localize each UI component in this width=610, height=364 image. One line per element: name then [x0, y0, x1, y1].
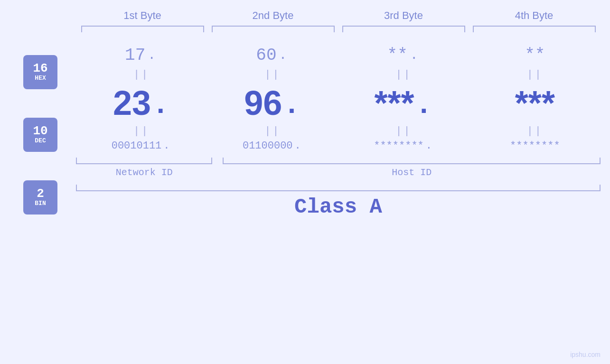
hex-row: 17 . 60 . ** . ** — [66, 46, 610, 65]
eq2-3: || — [338, 125, 469, 137]
dec-cell-1: 23 . — [76, 84, 207, 122]
class-bracket — [76, 185, 601, 191]
eq-1: || — [76, 69, 207, 81]
bin-dot-1: . — [161, 140, 171, 152]
badge-bin-label: BIN — [35, 200, 46, 207]
hex-val-4: ** — [525, 46, 545, 65]
eq-3: || — [338, 69, 469, 81]
bin-dot-3: . — [424, 140, 434, 152]
content-area: 16 HEX 10 DEC 2 BIN 17 . 60 — [0, 46, 610, 219]
dec-cell-4: *** — [469, 84, 601, 122]
class-label: Class A — [66, 195, 610, 219]
dec-val-2: 96 — [244, 84, 282, 122]
dec-dot-3: . — [414, 89, 433, 121]
hex-val-2: 60 — [256, 46, 276, 65]
hex-val-3: ** — [387, 46, 408, 65]
eq-4: || — [469, 69, 601, 81]
bin-row: 00010111 . 01100000 . ******** . *******… — [66, 140, 610, 152]
equals-row-2: || || || || — [66, 122, 610, 140]
badge-bin-number: 2 — [37, 187, 44, 200]
bin-val-1: 00010111 — [112, 140, 162, 152]
bracket-3 — [342, 26, 465, 32]
dec-val-4: *** — [515, 84, 555, 122]
byte-headers-row: 1st Byte 2nd Byte 3rd Byte 4th Byte — [77, 9, 600, 22]
hex-dot-3: . — [408, 48, 421, 63]
bracket-1 — [81, 26, 204, 32]
bracket-2 — [212, 26, 335, 32]
dec-dot-2: . — [282, 89, 301, 121]
hex-cell-2: 60 . — [207, 46, 338, 65]
bin-cell-1: 00010111 . — [76, 140, 207, 152]
network-bracket — [76, 158, 212, 164]
equals-row-1: || || || || — [66, 66, 610, 84]
eq2-4: || — [469, 125, 601, 137]
bin-cell-2: 01100000 . — [207, 140, 338, 152]
class-bracket-row — [66, 178, 610, 191]
badge-hex-label: HEX — [35, 75, 46, 82]
bottom-brackets-row — [66, 154, 610, 164]
dec-dot-1: . — [151, 89, 170, 121]
dec-val-1: 23 — [113, 84, 151, 122]
badge-bin: 2 BIN — [23, 180, 57, 215]
badge-dec-number: 10 — [33, 125, 47, 137]
id-labels-row: Network ID Host ID — [66, 164, 610, 178]
bin-cell-4: ******** — [469, 140, 601, 152]
eq2-2: || — [207, 125, 338, 137]
bin-val-2: 01100000 — [243, 140, 293, 152]
badge-hex-number: 16 — [33, 62, 47, 75]
eq-2: || — [207, 69, 338, 81]
host-id-label: Host ID — [223, 167, 601, 178]
dec-cell-3: *** . — [338, 84, 469, 122]
watermark: ipshu.com — [570, 351, 601, 358]
eq2-1: || — [76, 125, 207, 137]
hex-dot-1: . — [145, 48, 158, 63]
byte-header-2: 2nd Byte — [208, 9, 338, 22]
byte-header-1: 1st Byte — [77, 9, 208, 22]
dec-cell-2: 96 . — [207, 84, 338, 122]
dec-val-3: *** — [375, 84, 414, 122]
hex-cell-3: ** . — [338, 46, 469, 65]
hex-dot-2: . — [277, 48, 290, 63]
bracket-4 — [473, 26, 596, 32]
badge-hex: 16 HEX — [23, 55, 57, 89]
hex-cell-1: 17 . — [76, 46, 207, 65]
dec-row: 23 . 96 . *** . *** — [66, 84, 610, 122]
main-container: 1st Byte 2nd Byte 3rd Byte 4th Byte 16 H… — [0, 0, 610, 364]
top-brackets — [77, 26, 600, 32]
badges-column: 16 HEX 10 DEC 2 BIN — [0, 50, 66, 215]
bin-val-4: ******** — [510, 140, 560, 152]
values-area: 17 . 60 . ** . ** || || || — [66, 46, 610, 219]
bin-dot-2: . — [293, 140, 303, 152]
badge-dec-label: DEC — [35, 137, 46, 145]
byte-header-4: 4th Byte — [469, 9, 600, 22]
hex-cell-4: ** — [469, 46, 601, 65]
byte-header-3: 3rd Byte — [338, 9, 469, 22]
bin-cell-3: ******** . — [338, 140, 469, 152]
bin-val-3: ******** — [374, 140, 424, 152]
badge-dec: 10 DEC — [23, 118, 57, 152]
host-bracket — [223, 158, 601, 164]
network-id-label: Network ID — [76, 167, 212, 178]
hex-val-1: 17 — [125, 46, 145, 65]
